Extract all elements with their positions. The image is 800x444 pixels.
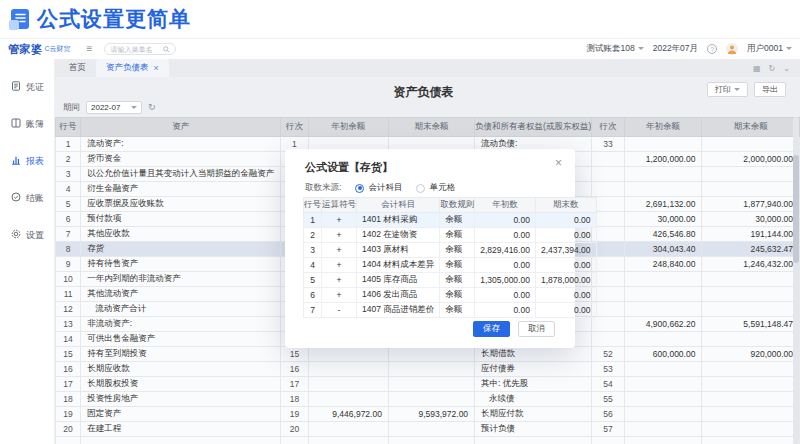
cell-begin[interactable]: 2,829,416.00 xyxy=(475,243,536,258)
cell-lline[interactable] xyxy=(592,302,624,317)
cell-lline[interactable] xyxy=(592,182,624,197)
cell-no[interactable] xyxy=(56,437,81,444)
cell-end[interactable]: 0.00 xyxy=(535,228,596,243)
refresh-icon[interactable]: ↻ xyxy=(148,103,156,112)
cell-end[interactable]: 1,878,000.00 xyxy=(535,273,596,288)
cell-lend[interactable] xyxy=(702,392,800,407)
cell-lline[interactable] xyxy=(592,152,624,167)
cell-lline[interactable] xyxy=(592,272,624,287)
cell-lend[interactable] xyxy=(702,407,800,422)
cell-aend[interactable] xyxy=(388,377,474,392)
cell-account[interactable]: 1407 商品进销差价 xyxy=(357,303,440,318)
table-row[interactable]: 17长期股权投资17其中: 优先股54 xyxy=(56,377,800,392)
cell-abegin[interactable] xyxy=(308,422,388,437)
vertical-scrollbar[interactable] xyxy=(793,117,799,444)
cell-aline[interactable] xyxy=(281,437,309,444)
cell-no[interactable]: 7 xyxy=(304,303,322,318)
cell-lline[interactable] xyxy=(592,257,624,272)
cell-asset[interactable]: 应收票据及应收账款 xyxy=(81,197,281,212)
cell-asset[interactable]: 一年内到期的非流动资产 xyxy=(81,272,281,287)
cell-aline[interactable]: 20 xyxy=(281,422,309,437)
cell-asset[interactable]: 持有待售资产 xyxy=(81,257,281,272)
account-set-switcher[interactable]: 测试账套108 xyxy=(587,43,644,55)
tab-2[interactable]: 资产负债表× xyxy=(96,59,169,77)
tab-1[interactable]: 首页 xyxy=(59,59,96,77)
cell-lbegin[interactable]: 426,546.80 xyxy=(624,227,702,242)
cell-begin[interactable]: 1,305,000.00 xyxy=(475,273,536,288)
cell-liab[interactable]: 其中: 优先股 xyxy=(475,377,592,392)
cell-begin[interactable]: 0.00 xyxy=(475,288,536,303)
sidebar-item-4[interactable]: 结账 xyxy=(0,188,54,208)
cell-rule[interactable]: 余额 xyxy=(440,258,475,273)
cell-lline[interactable]: 54 xyxy=(592,377,624,392)
cell-end[interactable]: 0.00 xyxy=(535,258,596,273)
cell-lline[interactable] xyxy=(592,227,624,242)
cell-lend[interactable] xyxy=(702,167,800,182)
cell-lend[interactable]: 30,000.00 xyxy=(702,212,800,227)
cell-asset[interactable]: 长期应收款 xyxy=(81,362,281,377)
table-row[interactable]: 15持有至到期投资15长期借款52600,000.00920,000.00 xyxy=(56,347,800,362)
cell-abegin[interactable] xyxy=(308,377,388,392)
cell-lend[interactable] xyxy=(702,362,800,377)
cell-asset[interactable]: 可供出售金融资产 xyxy=(81,332,281,347)
formula-row[interactable]: 5+1405 库存商品余额1,305,000.001,878,000.00 xyxy=(304,273,597,288)
cell-op[interactable]: + xyxy=(322,288,357,303)
cell-no[interactable]: 4 xyxy=(304,258,322,273)
cell-no[interactable]: 9 xyxy=(56,257,81,272)
cell-begin[interactable]: 0.00 xyxy=(475,228,536,243)
cell-lbegin[interactable] xyxy=(624,422,702,437)
cell-op[interactable]: - xyxy=(322,303,357,318)
cell-asset[interactable] xyxy=(81,437,281,444)
cell-aline[interactable]: 16 xyxy=(281,362,309,377)
cell-no[interactable]: 20 xyxy=(56,422,81,437)
cell-op[interactable]: + xyxy=(322,273,357,288)
cell-no[interactable]: 2 xyxy=(56,152,81,167)
refresh-icon[interactable]: ↻ xyxy=(769,64,776,73)
cell-abegin[interactable]: 9,446,972.00 xyxy=(308,407,388,422)
cell-asset[interactable]: 预付款项 xyxy=(81,212,281,227)
save-button[interactable]: 保存 xyxy=(473,321,510,337)
radio-option-2[interactable]: 单元格 xyxy=(416,182,455,194)
cell-lbegin[interactable] xyxy=(624,407,702,422)
help-icon[interactable]: ? xyxy=(707,44,717,54)
radio-option-1[interactable]: 会计科目 xyxy=(355,182,402,194)
cell-lbegin[interactable] xyxy=(624,182,702,197)
cell-asset[interactable]: 固定资产 xyxy=(81,407,281,422)
sidebar-item-3[interactable]: 报表 xyxy=(0,151,54,171)
cell-lbegin[interactable]: 600,000.00 xyxy=(624,347,702,362)
cell-lbegin[interactable] xyxy=(624,392,702,407)
cell-lbegin[interactable] xyxy=(624,302,702,317)
cell-lend[interactable]: 191,144.00 xyxy=(702,227,800,242)
cell-no[interactable]: 2 xyxy=(304,228,322,243)
cell-lbegin[interactable] xyxy=(624,137,702,152)
cell-no[interactable]: 14 xyxy=(56,332,81,347)
cell-lline[interactable] xyxy=(592,287,624,302)
cell-no[interactable]: 13 xyxy=(56,317,81,332)
cell-lend[interactable] xyxy=(702,437,800,444)
cell-no[interactable]: 5 xyxy=(56,197,81,212)
cell-account[interactable]: 1403 原材料 xyxy=(357,243,440,258)
cell-lline[interactable] xyxy=(592,437,624,444)
cell-no[interactable]: 1 xyxy=(56,137,81,152)
formula-row[interactable]: 7-1407 商品进销差价余额0.000.00 xyxy=(304,303,597,318)
table-row[interactable]: 16长期应收款16应付债券53 xyxy=(56,362,800,377)
cell-op[interactable]: + xyxy=(322,228,357,243)
formula-row[interactable]: 3+1403 原材料余额2,829,416.002,437,394.00 xyxy=(304,243,597,258)
cell-lbegin[interactable] xyxy=(624,332,702,347)
cell-aline[interactable]: 15 xyxy=(281,347,309,362)
cell-no[interactable]: 10 xyxy=(56,272,81,287)
cell-lline[interactable]: 52 xyxy=(592,347,624,362)
cell-rule[interactable]: 余额 xyxy=(440,213,475,228)
table-row[interactable] xyxy=(56,437,800,444)
cell-asset[interactable]: 投资性房地产 xyxy=(81,392,281,407)
cell-aend[interactable] xyxy=(388,392,474,407)
cell-abegin[interactable] xyxy=(308,437,388,444)
cell-lline[interactable] xyxy=(592,197,624,212)
cell-lend[interactable]: 1,246,432.00 xyxy=(702,257,800,272)
cell-end[interactable]: 0.00 xyxy=(535,213,596,228)
cell-liab[interactable]: 预计负债 xyxy=(475,422,592,437)
cell-asset[interactable]: 存货 xyxy=(81,242,281,257)
sidebar-item-2[interactable]: 账簿 xyxy=(0,114,54,134)
cell-lend[interactable] xyxy=(702,137,800,152)
cell-asset[interactable]: 在建工程 xyxy=(81,422,281,437)
